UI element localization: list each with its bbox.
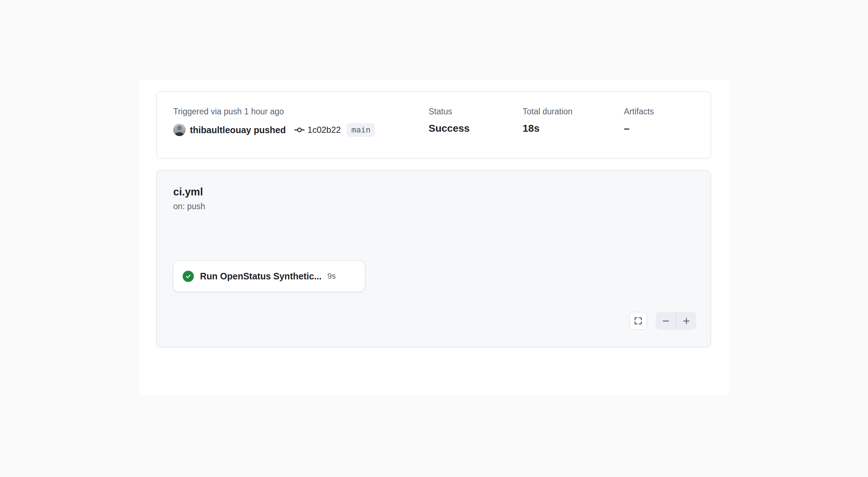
success-check-icon: [183, 271, 194, 282]
trigger-block: Triggered via push 1 hour ago thibaultle…: [173, 106, 375, 137]
stat-artifacts-label: Artifacts: [624, 106, 654, 117]
zoom-controls: [656, 312, 696, 330]
commit-sha-link[interactable]: 1c02b22: [307, 125, 341, 135]
avatar[interactable]: [173, 124, 186, 136]
stat-status-label: Status: [429, 106, 470, 117]
zoom-in-button[interactable]: [676, 312, 696, 330]
page-background: Triggered via push 1 hour ago thibaultle…: [0, 0, 868, 477]
minus-icon: [662, 317, 670, 325]
job-name: Run OpenStatus Synthetic...: [200, 271, 322, 282]
stat-artifacts-value: –: [624, 122, 654, 135]
stat-total-duration-label: Total duration: [523, 106, 573, 117]
stat-status: Status Success: [429, 106, 470, 135]
workflow-file-name: ci.yml: [173, 185, 205, 199]
fullscreen-expand-icon: [634, 317, 642, 325]
actor-row: thibaultleouay pushed 1c02b22 main: [173, 123, 375, 137]
actor-pushed-text[interactable]: thibaultleouay pushed: [190, 125, 286, 135]
commit-group: 1c02b22: [294, 125, 341, 135]
stat-total-duration-value: 18s: [523, 122, 573, 135]
run-header-card: Triggered via push 1 hour ago thibaultle…: [156, 91, 711, 159]
triggered-via-label: Triggered via push 1 hour ago: [173, 106, 375, 117]
workflow-trigger-text: on: push: [173, 201, 205, 212]
git-commit-icon: [294, 125, 305, 135]
job-node[interactable]: Run OpenStatus Synthetic... 9s: [173, 260, 365, 292]
branch-badge: main: [346, 123, 375, 137]
plus-icon: [682, 317, 690, 325]
stat-status-value: Success: [429, 122, 470, 135]
job-duration: 9s: [327, 271, 336, 281]
stat-total-duration: Total duration 18s: [523, 106, 573, 135]
fullscreen-button[interactable]: [629, 312, 647, 330]
content-surface: Triggered via push 1 hour ago thibaultle…: [139, 80, 729, 395]
zoom-out-button[interactable]: [656, 312, 676, 330]
workflow-title-block: ci.yml on: push: [173, 185, 205, 212]
stat-artifacts: Artifacts –: [624, 106, 654, 135]
workflow-graph-card: ci.yml on: push Run OpenStatus Synthetic…: [156, 170, 711, 347]
